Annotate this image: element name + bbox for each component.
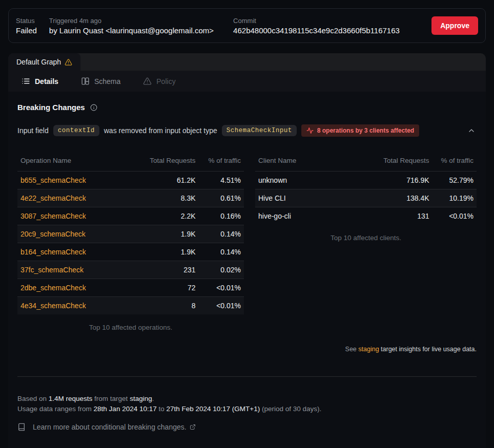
- client-traffic: 10.19%: [433, 189, 477, 207]
- clients-table: Client Name Total Requests % of traffic …: [255, 151, 477, 225]
- operation-traffic: <0.01%: [199, 297, 244, 315]
- breaking-change-row[interactable]: Input field contextId was removed from i…: [17, 124, 477, 137]
- table-row: hive-go-cli 131 <0.01%: [255, 207, 477, 225]
- operation-link[interactable]: 4e34_schemaCheck: [20, 302, 86, 310]
- check-tabs: Details Schema Policy: [8, 71, 486, 92]
- operation-requests: 61.2K: [135, 172, 199, 189]
- clients-header-name: Client Name: [255, 151, 370, 172]
- operations-table-caption: Top 10 affected operations.: [17, 324, 244, 331]
- table-row: 4e34_schemaCheck 8 <0.01%: [17, 297, 244, 315]
- clients-header-requests: Total Requests: [370, 151, 433, 172]
- operation-link[interactable]: 20c9_schemaCheck: [20, 230, 86, 238]
- operation-traffic: 0.61%: [199, 189, 244, 207]
- client-name: Hive CLI: [255, 189, 370, 207]
- affected-badge-label: 8 operations by 3 clients affected: [317, 127, 414, 134]
- external-link-icon: [190, 424, 196, 430]
- client-requests: 716.9K: [370, 172, 433, 189]
- usage-summary-line2: Usage data ranges from 28th Jan 2024 10:…: [17, 404, 477, 414]
- insights-note-suffix: target insights for live usage data.: [379, 346, 477, 353]
- operation-link[interactable]: 2dbe_schemaCheck: [20, 284, 86, 292]
- operations-table: Operation Name Total Requests % of traff…: [17, 151, 244, 314]
- section-divider: [17, 376, 477, 377]
- warning-triangle-icon: [65, 58, 72, 66]
- schema-icon: [81, 77, 90, 86]
- operation-traffic: <0.01%: [199, 279, 244, 297]
- table-row: unknown 716.9K 52.79%: [255, 172, 477, 189]
- change-text-middle: was removed from input object type: [104, 126, 217, 135]
- staging-target-link[interactable]: staging: [358, 346, 379, 353]
- warning-triangle-icon: [143, 77, 152, 86]
- operation-traffic: 0.02%: [199, 261, 244, 279]
- usage-text: (period of 30 days).: [260, 405, 321, 413]
- operation-link[interactable]: b164_schemaCheck: [20, 248, 86, 256]
- operation-link[interactable]: 4e22_schemaCheck: [20, 194, 86, 202]
- commit-block: Commit 462b48000c34198115c34e9c2d3660f5b…: [233, 17, 400, 35]
- check-summary-card: Status Failed Triggered 4m ago by Laurin…: [8, 8, 486, 43]
- clients-table-caption: Top 10 affected clients.: [255, 234, 477, 242]
- commit-label: Commit: [233, 17, 400, 25]
- table-row: b164_schemaCheck 1.9K 0.14%: [17, 243, 244, 261]
- usage-text: .: [152, 395, 154, 402]
- date-range-start: 28th Jan 2024 10:17: [94, 405, 157, 413]
- clients-header-traffic: % of traffic: [433, 151, 477, 172]
- graph-tab-strip: Default Graph: [8, 53, 486, 71]
- breaking-changes-title: Breaking Changes: [17, 103, 85, 112]
- chevron-up-icon[interactable]: [466, 125, 477, 136]
- client-traffic: 52.79%: [433, 172, 477, 189]
- table-row: Hive CLI 138.4K 10.19%: [255, 189, 477, 207]
- details-content: Breaking Changes Input field contextId w…: [8, 92, 486, 431]
- operations-header-name: Operation Name: [17, 151, 135, 172]
- target-name: staging: [130, 395, 152, 402]
- table-row: 37fc_schemaCheck 231 0.02%: [17, 261, 244, 279]
- change-text-prefix: Input field: [17, 126, 49, 135]
- usage-text: from target: [92, 395, 130, 402]
- change-field-code: contextId: [53, 125, 99, 136]
- info-icon[interactable]: [90, 104, 97, 111]
- list-icon: [22, 77, 30, 86]
- commit-hash: 462b48000c34198115c34e9c2d3660f5b1167163: [233, 26, 400, 35]
- operations-table-section: Operation Name Total Requests % of traff…: [17, 151, 244, 331]
- table-row: 4e22_schemaCheck 8.3K 0.61%: [17, 189, 244, 207]
- operation-requests: 1.9K: [135, 243, 199, 261]
- operation-requests: 72: [135, 279, 199, 297]
- approve-button[interactable]: Approve: [431, 16, 478, 35]
- usage-summary: Based on 1.4M requests from target stagi…: [17, 394, 477, 414]
- usage-text: Based on: [17, 395, 49, 402]
- operation-requests: 8.3K: [135, 189, 199, 207]
- operation-requests: 231: [135, 261, 199, 279]
- client-requests: 131: [370, 207, 433, 225]
- requests-count: 1.4M requests: [49, 395, 93, 402]
- table-row: 20c9_schemaCheck 1.9K 0.14%: [17, 225, 244, 243]
- learn-more-link[interactable]: Learn more about conditional breaking ch…: [17, 423, 477, 431]
- operation-link[interactable]: b655_schemaCheck: [20, 176, 86, 184]
- tab-schema-label: Schema: [94, 77, 120, 86]
- operation-link[interactable]: 37fc_schemaCheck: [20, 266, 84, 274]
- triggered-label: Triggered 4m ago: [49, 17, 214, 25]
- learn-more-label: Learn more about conditional breaking ch…: [33, 423, 187, 431]
- operation-link[interactable]: 3087_schemaCheck: [20, 212, 86, 220]
- insights-note: See staging target insights for live usa…: [17, 346, 477, 353]
- triggered-author: by Laurin Quast <laurinquast@googlemail.…: [49, 26, 214, 35]
- client-traffic: <0.01%: [433, 207, 477, 225]
- insights-note-prefix: See: [345, 346, 359, 353]
- graph-tab-label: Default Graph: [16, 58, 61, 66]
- triggered-block: Triggered 4m ago by Laurin Quast <laurin…: [49, 17, 214, 35]
- book-icon: [17, 423, 26, 431]
- operation-traffic: 0.14%: [199, 243, 244, 261]
- client-name: hive-go-cli: [255, 207, 370, 225]
- status-block: Status Failed: [16, 17, 37, 35]
- tab-details[interactable]: Details: [22, 77, 58, 86]
- schema-check-panel: Default Graph Details: [8, 53, 486, 448]
- tab-details-label: Details: [35, 77, 58, 86]
- operation-traffic: 4.51%: [199, 172, 244, 189]
- affected-operations-badge[interactable]: 8 operations by 3 clients affected: [301, 124, 419, 137]
- client-name: unknown: [255, 172, 370, 189]
- tab-default-graph[interactable]: Default Graph: [8, 53, 80, 71]
- table-row: 2dbe_schemaCheck 72 <0.01%: [17, 279, 244, 297]
- status-label: Status: [16, 17, 37, 25]
- date-range-end: 27th Feb 2024 10:17 (GMT+1): [166, 405, 260, 413]
- tab-schema[interactable]: Schema: [81, 77, 120, 86]
- operations-header-requests: Total Requests: [135, 151, 199, 172]
- tab-policy[interactable]: Policy: [143, 77, 175, 86]
- operation-traffic: 0.16%: [199, 207, 244, 225]
